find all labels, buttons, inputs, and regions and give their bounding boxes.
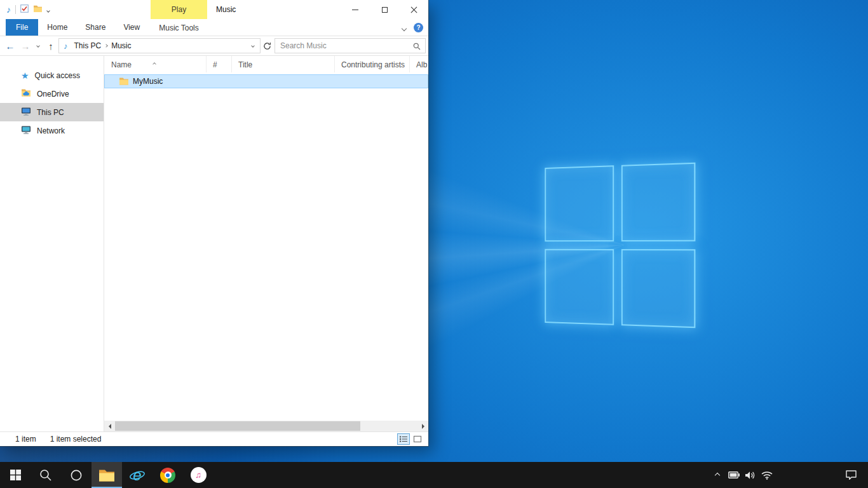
breadcrumb-music[interactable]: Music <box>108 41 134 50</box>
column-header-album[interactable]: Alb <box>410 56 428 72</box>
details-view-icon <box>399 435 408 443</box>
screen: ♪ Play Music File Home Share <box>0 0 868 488</box>
qat-customize-chevron-icon[interactable] <box>47 5 50 14</box>
close-button[interactable] <box>399 0 428 19</box>
ribbon-tab-row: File Home Share View Music Tools ? <box>0 19 428 36</box>
chrome-icon <box>160 468 175 483</box>
forward-button[interactable]: → <box>18 38 33 53</box>
selection-count: 1 item selected <box>50 435 102 444</box>
sort-ascending-icon <box>153 58 156 67</box>
breadcrumb-this-pc[interactable]: This PC <box>71 41 105 50</box>
minimize-button[interactable] <box>341 0 370 19</box>
caption-buttons <box>341 0 428 19</box>
titlebar[interactable]: ♪ Play Music <box>0 0 428 19</box>
file-row-mymusic[interactable]: MyMusic <box>104 74 428 88</box>
properties-check-icon[interactable] <box>20 4 29 15</box>
system-tray <box>709 462 868 488</box>
windows-logo <box>545 163 695 329</box>
tab-home[interactable]: Home <box>38 19 76 36</box>
item-count: 1 item <box>15 435 36 444</box>
location-music-note-icon: ♪ <box>64 41 68 51</box>
up-button[interactable]: ↑ <box>43 38 58 53</box>
search-icon[interactable] <box>413 43 421 52</box>
column-header-contributing-artists[interactable]: Contributing artists <box>335 56 410 72</box>
itunes-button[interactable]: ♫ <box>183 462 214 488</box>
large-icons-view-icon <box>413 435 422 443</box>
nav-item-onedrive[interactable]: OneDrive <box>0 85 104 103</box>
recent-locations-chevron-icon[interactable] <box>33 38 43 53</box>
tab-share[interactable]: Share <box>76 19 114 36</box>
column-header-name[interactable]: Name <box>105 56 207 72</box>
cortana-button[interactable] <box>61 462 92 488</box>
scroll-right-arrow-icon[interactable] <box>417 421 428 431</box>
file-name: MyMusic <box>133 77 163 86</box>
tab-view[interactable]: View <box>114 19 149 36</box>
breadcrumb-chevron-icon[interactable] <box>105 44 107 47</box>
search-icon <box>39 468 53 482</box>
hidden-icons-chevron-icon[interactable] <box>709 462 726 488</box>
internet-explorer-icon: e <box>128 466 146 484</box>
status-bar: 1 item 1 item selected <box>0 431 428 446</box>
column-header-label: Name <box>111 60 132 69</box>
file-explorer-taskbar-button[interactable] <box>92 462 122 488</box>
computer-icon <box>21 107 31 118</box>
folder-icon <box>119 77 129 86</box>
file-list-area: Name # Title Contributing artists Alb My… <box>104 56 428 431</box>
back-button[interactable]: ← <box>3 38 18 53</box>
nav-item-label: OneDrive <box>37 90 69 98</box>
tab-file[interactable]: File <box>6 19 38 36</box>
volume-icon[interactable] <box>742 462 759 488</box>
quick-access-toolbar: ♪ <box>6 4 50 15</box>
details-view-button[interactable] <box>397 433 410 445</box>
taskbar-search-button[interactable] <box>31 462 61 488</box>
nav-item-quick-access[interactable]: ★ Quick access <box>0 66 104 85</box>
file-explorer-window: ♪ Play Music File Home Share <box>0 0 428 446</box>
windows-start-icon <box>10 470 21 480</box>
itunes-icon: ♫ <box>191 467 207 483</box>
file-list-background[interactable]: MyMusic <box>104 72 428 421</box>
large-icons-view-button[interactable] <box>411 433 424 445</box>
address-dropdown-chevron-icon[interactable] <box>248 44 257 47</box>
scroll-left-arrow-icon[interactable] <box>104 421 115 431</box>
column-header-title[interactable]: Title <box>232 56 335 72</box>
nav-item-network[interactable]: Network <box>0 121 104 140</box>
start-button[interactable] <box>0 462 31 488</box>
quick-access-star-icon: ★ <box>21 71 29 80</box>
nav-item-this-pc[interactable]: This PC <box>0 103 104 121</box>
windows-logo-pane <box>621 163 696 241</box>
scrollbar-thumb[interactable] <box>115 421 360 431</box>
nav-item-label: This PC <box>37 108 64 117</box>
column-headers: Name # Title Contributing artists Alb <box>104 56 428 72</box>
navigation-pane: ★ Quick access OneDrive This PC <box>0 56 104 431</box>
chrome-button[interactable] <box>153 462 183 488</box>
action-center-icon[interactable] <box>843 462 859 488</box>
column-header-label: Title <box>238 60 252 69</box>
close-icon <box>410 6 417 13</box>
maximize-icon <box>382 7 388 13</box>
search-input[interactable] <box>275 39 425 53</box>
tab-music-tools[interactable]: Music Tools <box>151 19 207 36</box>
refresh-icon <box>263 42 271 50</box>
horizontal-scrollbar[interactable] <box>104 421 428 431</box>
search-box <box>275 38 426 53</box>
minimize-icon <box>352 10 358 10</box>
refresh-button[interactable] <box>261 38 273 53</box>
contextual-tab-play[interactable]: Play <box>151 0 207 19</box>
app-music-note-icon: ♪ <box>6 5 11 14</box>
nav-item-label: Network <box>37 126 65 135</box>
internet-explorer-button[interactable]: e <box>122 462 153 488</box>
new-folder-icon[interactable] <box>33 4 43 15</box>
wifi-icon[interactable] <box>759 462 775 488</box>
column-header-label: Alb <box>416 60 427 69</box>
help-icon[interactable]: ? <box>414 23 423 32</box>
address-bar[interactable]: ♪ This PC Music <box>58 38 261 53</box>
scrollbar-track[interactable] <box>115 421 417 431</box>
ribbon-collapse-chevron-icon[interactable] <box>402 24 406 32</box>
column-header-number[interactable]: # <box>207 56 232 72</box>
windows-logo-pane <box>545 165 614 241</box>
cortana-icon <box>70 469 83 482</box>
window-title: Music <box>216 0 236 19</box>
file-explorer-icon <box>98 468 115 482</box>
battery-icon[interactable] <box>726 462 742 488</box>
maximize-button[interactable] <box>370 0 399 19</box>
